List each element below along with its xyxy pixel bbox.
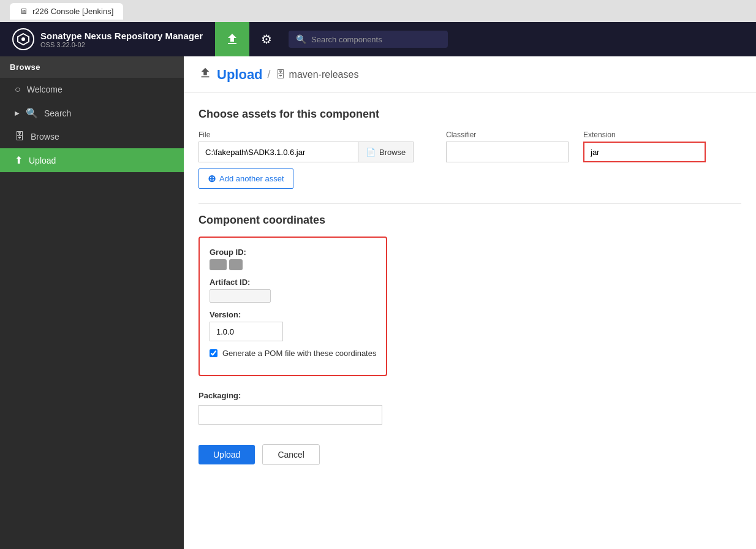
app-header: Sonatype Nexus Repository Manager OSS 3.…	[0, 22, 756, 56]
upload-nav-button[interactable]	[215, 22, 249, 56]
file-row: File 📄 Browse Classifier Extension	[198, 131, 741, 162]
assets-section-title: Choose assets for this component	[198, 108, 741, 121]
upload-sidebar-icon: ⬆	[15, 154, 23, 166]
settings-icon: ⚙	[261, 32, 272, 47]
classifier-field-col: Classifier	[446, 131, 569, 162]
file-label: File	[198, 131, 431, 139]
expand-icon: ▶	[15, 110, 20, 116]
search-icon: 🔍	[296, 34, 306, 44]
artifact-id-masked	[210, 289, 376, 303]
extension-label: Extension	[583, 131, 706, 139]
version-label: Version:	[210, 310, 376, 319]
classifier-label: Classifier	[446, 131, 569, 139]
add-asset-button[interactable]: ⊕ Add another asset	[198, 168, 293, 189]
packaging-input[interactable]	[198, 405, 382, 425]
sidebar-item-browse[interactable]: 🗄 Browse	[0, 125, 184, 148]
app-logo-icon	[12, 28, 34, 50]
settings-nav-button[interactable]: ⚙	[249, 22, 284, 56]
cancel-button[interactable]: Cancel	[262, 444, 320, 465]
main-layout: Browse ○ Welcome ▶ 🔍 Search 🗄 Browse ⬆ U…	[0, 56, 756, 549]
cancel-button-label: Cancel	[278, 450, 304, 460]
file-field-col: File 📄 Browse	[198, 131, 431, 162]
welcome-icon: ○	[15, 84, 21, 95]
breadcrumb-separator: /	[268, 68, 271, 81]
search-nav-icon: 🔍	[26, 107, 38, 119]
sidebar-item-welcome[interactable]: ○ Welcome	[0, 78, 184, 101]
generate-pom-checkbox[interactable]	[210, 349, 217, 357]
packaging-section: Packaging:	[198, 391, 741, 425]
breadcrumb-db-icon: 🗄	[276, 69, 285, 80]
breadcrumb: Upload / 🗄 maven-releases	[184, 56, 756, 93]
app-title-section: Sonatype Nexus Repository Manager OSS 3.…	[40, 31, 203, 48]
classifier-input[interactable]	[446, 142, 569, 162]
add-asset-label: Add another asset	[219, 174, 284, 183]
sidebar-item-label: Welcome	[27, 85, 62, 94]
browse-label: Browse	[379, 148, 406, 157]
section-divider	[198, 203, 741, 204]
sidebar-item-label: Browse	[31, 132, 59, 142]
header-nav: ⚙ 🔍	[215, 22, 756, 56]
generate-pom-row: Generate a POM file with these coordinat…	[210, 349, 376, 358]
version-input[interactable]	[210, 322, 283, 341]
header-search-bar: 🔍	[289, 31, 448, 48]
group-id-masked	[210, 259, 376, 270]
file-input-wrapper: 📄 Browse	[198, 142, 431, 162]
artifact-id-label: Artifact ID:	[210, 278, 376, 287]
breadcrumb-sub: 🗄 maven-releases	[276, 69, 359, 80]
extension-input[interactable]	[583, 142, 706, 162]
tab-icon: 🖥	[20, 7, 28, 16]
browse-doc-icon: 📄	[366, 148, 376, 157]
sidebar-section-title: Browse	[0, 56, 184, 78]
app-version: OSS 3.22.0-02	[40, 41, 203, 48]
browse-button[interactable]: 📄 Browse	[358, 142, 414, 162]
add-asset-plus-icon: ⊕	[208, 173, 216, 184]
app-title: Sonatype Nexus Repository Manager	[40, 31, 203, 41]
extension-field-col: Extension	[583, 131, 706, 162]
svg-point-1	[21, 37, 25, 41]
form-content: Choose assets for this component File 📄 …	[184, 93, 756, 494]
upload-button-label: Upload	[213, 450, 240, 460]
breadcrumb-sub-title: maven-releases	[289, 69, 359, 80]
browser-tab[interactable]: 🖥 r226 Console [Jenkins]	[10, 3, 123, 20]
packaging-label: Packaging:	[198, 391, 741, 400]
file-path-input[interactable]	[198, 142, 358, 162]
sidebar-item-upload[interactable]: ⬆ Upload	[0, 148, 184, 172]
mask-block-1	[210, 259, 227, 270]
coordinates-box: Group ID: Artifact ID: Version: Generate…	[198, 237, 387, 376]
browser-tab-bar: 🖥 r226 Console [Jenkins]	[0, 0, 756, 22]
mask-block-2	[229, 259, 243, 270]
search-input[interactable]	[311, 35, 434, 44]
sidebar-item-label: Upload	[29, 156, 56, 165]
sidebar-item-label: Search	[44, 108, 71, 118]
sidebar: Browse ○ Welcome ▶ 🔍 Search 🗄 Browse ⬆ U…	[0, 56, 184, 549]
sidebar-item-search[interactable]: ▶ 🔍 Search	[0, 101, 184, 125]
breadcrumb-upload-icon	[198, 66, 212, 83]
content-area: Upload / 🗄 maven-releases Choose assets …	[184, 56, 756, 549]
action-row: Upload Cancel	[198, 444, 741, 480]
upload-button[interactable]: Upload	[198, 445, 255, 464]
breadcrumb-title: Upload	[217, 67, 263, 83]
artifact-id-input-mock	[210, 289, 271, 303]
group-id-label: Group ID:	[210, 248, 376, 257]
app-logo-section: Sonatype Nexus Repository Manager OSS 3.…	[0, 22, 215, 56]
coordinates-section-title: Component coordinates	[198, 214, 741, 227]
browse-icon: 🗄	[15, 131, 25, 142]
tab-label: r226 Console [Jenkins]	[32, 7, 113, 16]
generate-pom-label[interactable]: Generate a POM file with these coordinat…	[222, 349, 376, 358]
